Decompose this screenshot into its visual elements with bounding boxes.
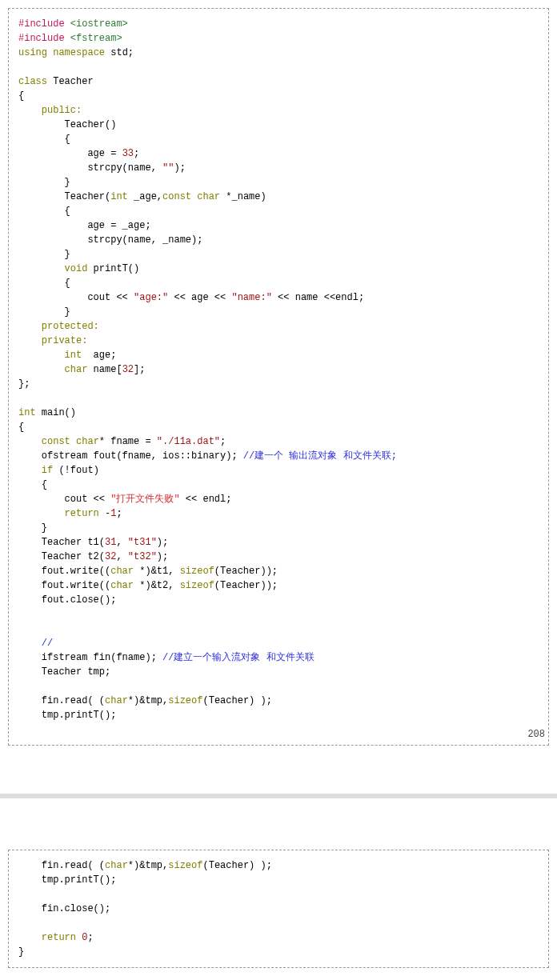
keyword: const xyxy=(42,436,70,447)
keyword: return xyxy=(42,932,76,943)
text: ; xyxy=(116,508,122,519)
text: , xyxy=(116,537,127,548)
text: fin.close(); xyxy=(18,903,110,914)
text: { xyxy=(18,90,24,102)
comment: //建立一个输入流对象 和文件关联 xyxy=(162,652,315,663)
text: (!fout) xyxy=(53,465,99,476)
text: Teacher t2( xyxy=(18,551,105,562)
number: 33 xyxy=(122,148,134,159)
text: name[ xyxy=(87,364,122,375)
text xyxy=(18,436,42,447)
text xyxy=(18,364,65,375)
text: Teacher() xyxy=(18,119,116,130)
text: ); xyxy=(157,537,168,548)
text: ); xyxy=(157,551,168,562)
text: *)&tmp, xyxy=(128,860,168,871)
page-break xyxy=(8,746,549,850)
text: ); xyxy=(174,162,185,174)
text: printT() xyxy=(87,263,139,274)
text: strcpy(name, xyxy=(18,162,162,174)
string: "name:" xyxy=(231,292,271,303)
keyword: void xyxy=(65,263,88,274)
text: ifstream fin(fname); xyxy=(18,652,162,663)
keyword: char xyxy=(197,191,220,202)
text: tmp.printT(); xyxy=(18,874,116,886)
text: << age << xyxy=(168,292,231,303)
string: "age:" xyxy=(134,292,168,303)
text: Teacher xyxy=(53,76,93,87)
text: _age, xyxy=(128,191,162,202)
text xyxy=(18,932,42,943)
text: *_name) xyxy=(220,191,266,202)
comment: //建一个 输出流对象 和文件关联; xyxy=(243,450,397,462)
text: ; xyxy=(87,932,93,943)
number: 31 xyxy=(105,537,116,548)
text: { xyxy=(18,206,70,217)
text: tmp.printT(); xyxy=(18,710,116,721)
text: ]; xyxy=(134,364,145,375)
text: { xyxy=(18,479,47,490)
code-block-1: #include <iostream> #include <fstream> u… xyxy=(8,8,549,746)
text: } xyxy=(18,522,47,534)
keyword: if xyxy=(42,465,53,476)
access: protected: xyxy=(18,321,99,332)
comment: // xyxy=(42,638,53,649)
text xyxy=(18,263,65,274)
keyword: sizeof xyxy=(180,580,214,591)
text: { xyxy=(18,422,24,433)
text: fout.close(); xyxy=(18,594,116,606)
text: (Teacher) ); xyxy=(202,695,271,706)
text: }; xyxy=(18,378,30,390)
page-number: 208 xyxy=(527,727,545,742)
keyword: const xyxy=(162,191,191,202)
keyword: char xyxy=(110,580,134,591)
number: 32 xyxy=(105,551,116,562)
header: <iostream> xyxy=(70,18,128,30)
string: "./11a.dat" xyxy=(157,436,220,447)
text: Teacher t1( xyxy=(18,537,105,548)
text: fin.read( ( xyxy=(18,695,105,706)
text: << endl; xyxy=(180,494,232,505)
string: "t32" xyxy=(128,551,157,562)
number: 32 xyxy=(122,364,134,375)
text: (Teacher) ); xyxy=(202,860,271,871)
text xyxy=(18,350,65,361)
text: } xyxy=(18,946,24,958)
keyword: char xyxy=(110,566,134,577)
keyword: int xyxy=(18,407,36,418)
access: public: xyxy=(18,105,82,116)
text: std; xyxy=(110,47,134,58)
text: cout << xyxy=(18,292,134,303)
keyword: namespace xyxy=(53,47,105,58)
text: } xyxy=(18,249,70,260)
text: ; xyxy=(134,148,139,159)
code-block-2: fin.read( (char*)&tmp,sizeof(Teacher) );… xyxy=(8,850,549,968)
text: * fname = xyxy=(99,436,157,447)
text xyxy=(18,508,65,519)
text: strcpy(name, _name); xyxy=(18,234,202,246)
text: fout.write(( xyxy=(18,580,110,591)
text: - xyxy=(99,508,110,519)
text: { xyxy=(18,278,70,289)
text: Teacher tmp; xyxy=(18,666,110,678)
text: *)&tmp, xyxy=(128,695,168,706)
text: age = _age; xyxy=(18,220,151,231)
keyword: class xyxy=(18,76,47,87)
text: ; xyxy=(220,436,226,447)
keyword: sizeof xyxy=(168,860,202,871)
text: fout.write(( xyxy=(18,566,110,577)
text: } xyxy=(18,177,70,188)
keyword: int xyxy=(110,191,128,202)
text: (Teacher)); xyxy=(214,580,278,591)
text: cout << xyxy=(18,494,110,505)
text: *)&t2, xyxy=(134,580,180,591)
text xyxy=(18,638,42,649)
text: { xyxy=(18,134,70,145)
text: main() xyxy=(36,407,76,418)
keyword: char xyxy=(76,436,99,447)
text: age = xyxy=(18,148,122,159)
text: fin.read( ( xyxy=(18,860,105,871)
string: "t31" xyxy=(128,537,157,548)
text: , xyxy=(116,551,127,562)
preprocessor: #include xyxy=(18,18,65,30)
